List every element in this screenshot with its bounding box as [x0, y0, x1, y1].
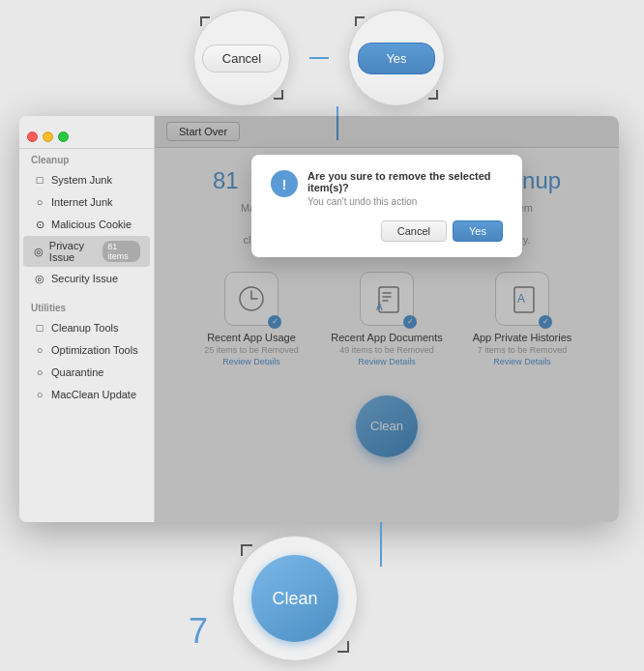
- connector-line: [309, 57, 329, 59]
- sidebar-item-label: Quarantine: [51, 366, 103, 378]
- clean-zoom-area: Clean: [232, 536, 358, 661]
- dialog-icon: !: [271, 170, 298, 197]
- clean-zoom-label: Clean: [272, 589, 317, 609]
- traffic-light-yellow[interactable]: [43, 131, 53, 142]
- sidebar-item-label: System Junk: [51, 174, 112, 186]
- traffic-lights-bar: [19, 126, 154, 149]
- dialog-text-wrap: Are you sure to remove the selected item…: [307, 170, 503, 207]
- sidebar-item-label: Optimization Tools: [51, 344, 138, 356]
- dialog-yes-button[interactable]: Yes: [453, 220, 503, 242]
- clean-zoom-inner[interactable]: Clean: [251, 555, 338, 642]
- sidebar-item-system-junk[interactable]: □ System Junk: [23, 169, 150, 190]
- malicious-cookie-icon: ⊙: [33, 218, 46, 231]
- system-junk-icon: □: [33, 173, 46, 187]
- sidebar-item-quarantine[interactable]: ○ Quarantine: [23, 362, 150, 383]
- sidebar-item-label: Cleanup Tools: [51, 322, 119, 334]
- cleanup-tools-icon: □: [33, 321, 46, 335]
- dialog-body: ! Are you sure to remove the selected it…: [271, 170, 503, 207]
- sidebar-item-privacy-issue[interactable]: ◎ Privacy Issue 81 items: [23, 236, 150, 267]
- cancel-zoom-circle: Cancel: [193, 10, 290, 106]
- sidebar-utilities-label: Utilities: [19, 297, 154, 316]
- sidebar-item-cleanup-tools[interactable]: □ Cleanup Tools: [23, 317, 150, 338]
- dialog-overlay: ! Are you sure to remove the selected it…: [155, 116, 619, 522]
- dialog-buttons: Cancel Yes: [271, 220, 503, 242]
- quarantine-icon: ○: [33, 365, 46, 379]
- sidebar-item-internet-junk[interactable]: ○ Internet Junk: [23, 191, 150, 213]
- sidebar-item-label: Malicious Cookie: [51, 219, 132, 230]
- security-issue-icon: ◎: [33, 272, 46, 285]
- privacy-issue-icon: ◎: [33, 245, 44, 258]
- traffic-light-green[interactable]: [58, 131, 69, 142]
- main-content: Start Over 81 items Ready for Safe Clean…: [155, 116, 619, 522]
- number-label-7: 7: [189, 611, 208, 652]
- dialog: ! Are you sure to remove the selected it…: [251, 155, 522, 257]
- sidebar-item-label: Security Issue: [51, 273, 118, 284]
- traffic-light-red[interactable]: [27, 131, 38, 142]
- dialog-subtitle: You can't undo this action: [307, 196, 503, 207]
- app-window: Cleanup □ System Junk ○ Internet Junk ⊙ …: [19, 116, 619, 522]
- sidebar-cleanup-label: Cleanup: [19, 149, 154, 168]
- dialog-title: Are you sure to remove the selected item…: [307, 170, 503, 193]
- internet-junk-icon: ○: [33, 195, 46, 209]
- sidebar-item-label: MacClean Update: [51, 389, 136, 400]
- vert-connector-bottom: [380, 522, 382, 567]
- optimization-tools-icon: ○: [33, 343, 46, 357]
- sidebar-item-optimization-tools[interactable]: ○ Optimization Tools: [23, 339, 150, 361]
- cancel-zoom-button[interactable]: Cancel: [202, 44, 281, 73]
- sidebar-item-security-issue[interactable]: ◎ Security Issue: [23, 268, 150, 289]
- yes-zoom-circle: Yes: [348, 10, 445, 106]
- sidebar-item-malicious-cookie[interactable]: ⊙ Malicious Cookie: [23, 214, 150, 235]
- sidebar-item-label: Internet Junk: [51, 196, 113, 208]
- macclean-update-icon: ○: [33, 388, 46, 401]
- yes-zoom-button[interactable]: Yes: [358, 43, 434, 74]
- clean-zoom-circle: Clean: [232, 536, 358, 661]
- sidebar-item-label: Privacy Issue: [49, 240, 102, 263]
- dialog-cancel-button[interactable]: Cancel: [381, 220, 447, 242]
- privacy-badge: 81 items: [102, 241, 140, 262]
- sidebar-item-macclean-update[interactable]: ○ MacClean Update: [23, 384, 150, 405]
- sidebar: Cleanup □ System Junk ○ Internet Junk ⊙ …: [19, 116, 155, 522]
